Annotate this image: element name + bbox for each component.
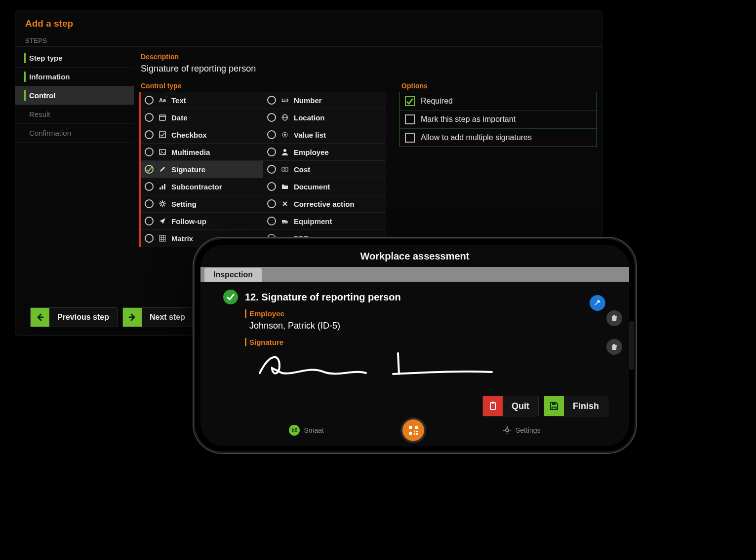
- control-type-setting[interactable]: Setting: [141, 195, 263, 213]
- options-label: Options: [401, 82, 597, 90]
- step-title: 12. Signature of reporting person: [245, 292, 401, 303]
- control-type-equipment[interactable]: Equipment: [263, 213, 386, 230]
- description-label: Description: [141, 53, 597, 61]
- nav-app[interactable]: bū Smaat: [289, 425, 323, 436]
- employee-value: Johnson, Patrick (ID-5): [245, 319, 616, 333]
- control-type-corrective-action[interactable]: Corrective action: [263, 195, 386, 213]
- save-icon: [544, 396, 564, 416]
- control-type-multimedia[interactable]: Multimedia: [141, 144, 263, 161]
- svg-point-31: [283, 223, 284, 224]
- control-type-date[interactable]: Date: [141, 109, 263, 126]
- signature-field[interactable]: Signature: [245, 338, 616, 346]
- svg-rect-43: [416, 433, 418, 435]
- arrow-right-icon: [123, 308, 142, 327]
- employee-field[interactable]: Employee Johnson, Patrick (ID-5): [245, 309, 616, 333]
- pen-icon: [159, 165, 166, 173]
- money-icon: [281, 165, 289, 173]
- sidebar-item-step-type[interactable]: Step type: [15, 49, 134, 68]
- wrench-button[interactable]: [590, 295, 605, 311]
- radio-icon: [267, 96, 276, 105]
- delete-signature-button[interactable]: [606, 339, 622, 355]
- finish-button[interactable]: Finish: [544, 396, 608, 416]
- folder-icon: [281, 183, 289, 190]
- qr-icon: [408, 425, 419, 436]
- calendar-icon: [159, 113, 166, 121]
- radio-icon: [267, 199, 276, 208]
- grid-icon: [159, 234, 166, 242]
- clipboard-icon: [483, 396, 503, 416]
- control-type-document[interactable]: Document: [263, 178, 386, 195]
- control-type-number[interactable]: 1₂3 Number: [263, 92, 386, 109]
- control-type-subcontractor[interactable]: Subcontractor: [141, 178, 263, 195]
- svg-point-8: [161, 202, 164, 205]
- option-required[interactable]: Required: [400, 92, 597, 110]
- svg-rect-36: [552, 407, 556, 410]
- svg-rect-40: [414, 431, 415, 432]
- radio-icon: [145, 199, 154, 208]
- svg-point-29: [284, 169, 286, 171]
- check-square-icon: [159, 131, 166, 139]
- globe-icon: [281, 113, 289, 121]
- control-type-label: Control type: [141, 82, 386, 90]
- svg-point-32: [286, 223, 287, 224]
- control-type-text[interactable]: Aa Text: [141, 92, 263, 109]
- previous-step-button[interactable]: Previous step: [30, 307, 118, 327]
- phone-bottom-nav: bū Smaat Settings: [200, 420, 629, 440]
- radio-icon: [145, 182, 154, 191]
- svg-rect-2: [159, 132, 165, 138]
- check-circle-icon: [223, 290, 238, 304]
- checkbox-icon: [405, 96, 415, 106]
- trash-icon: [610, 343, 618, 351]
- qr-scan-button[interactable]: [402, 419, 424, 441]
- employee-label: Employee: [245, 309, 616, 318]
- wrench-icon: [594, 299, 601, 307]
- options-list: Required Mark this step as important All…: [399, 92, 597, 147]
- sidebar-item-confirmation[interactable]: Confirmation: [15, 124, 134, 143]
- svg-rect-42: [414, 433, 415, 435]
- tab-inspection[interactable]: Inspection: [204, 268, 262, 282]
- phone-notch: [629, 321, 634, 370]
- svg-rect-39: [409, 432, 412, 435]
- nav-settings[interactable]: Settings: [503, 426, 541, 435]
- control-type-employee[interactable]: Employee: [263, 144, 386, 161]
- arrow-left-icon: [31, 308, 49, 327]
- user-icon: [281, 148, 289, 156]
- control-type-value-list[interactable]: Value list: [263, 126, 386, 144]
- control-type-signature[interactable]: Signature: [141, 161, 263, 178]
- control-type-follow-up[interactable]: Follow-up: [141, 213, 263, 230]
- send-icon: [159, 217, 166, 225]
- svg-point-44: [506, 429, 509, 432]
- sidebar-item-information[interactable]: Information: [15, 68, 134, 86]
- control-type-checkbox[interactable]: Checkbox: [141, 126, 263, 144]
- svg-rect-17: [159, 235, 165, 241]
- next-step-button[interactable]: Next step: [122, 307, 194, 327]
- radio-icon: [145, 217, 154, 225]
- sidebar-item-result[interactable]: Result: [15, 105, 134, 124]
- control-type-location[interactable]: Location: [263, 109, 386, 126]
- radio-icon: [145, 113, 154, 122]
- control-type-cost[interactable]: Cost: [263, 161, 386, 178]
- trash-icon: [610, 314, 618, 322]
- svg-rect-5: [159, 187, 161, 189]
- gear-icon: [503, 426, 512, 435]
- radio-icon: [267, 217, 276, 225]
- radio-icon: [267, 130, 276, 139]
- delete-employee-button[interactable]: [606, 310, 622, 326]
- tools-icon: [281, 200, 289, 208]
- quit-button[interactable]: Quit: [482, 396, 539, 416]
- steps-section-header: STEPS: [15, 34, 602, 47]
- truck-icon: [281, 217, 289, 225]
- svg-line-13: [160, 201, 161, 202]
- radio-icon: [145, 234, 154, 243]
- tabs-bar: Inspection: [200, 267, 629, 282]
- option-multiple-signatures[interactable]: Allow to add multiple signatures: [400, 128, 597, 147]
- dot-icon: [281, 131, 289, 139]
- radio-icon: [145, 96, 154, 105]
- radio-icon: [145, 130, 154, 139]
- radio-icon: [267, 113, 276, 122]
- sidebar-item-control[interactable]: Control: [15, 86, 134, 105]
- option-important[interactable]: Mark this step as important: [400, 110, 597, 128]
- svg-line-16: [164, 201, 165, 202]
- svg-rect-37: [409, 426, 412, 429]
- signature-pad[interactable]: [245, 348, 616, 378]
